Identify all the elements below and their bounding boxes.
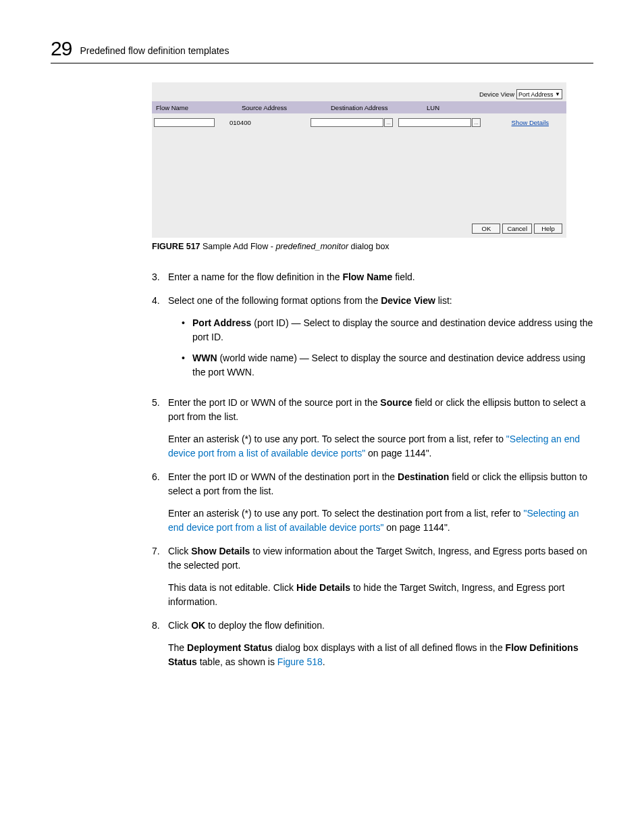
source-address-value: 010400	[230, 119, 251, 126]
add-flow-dialog: Device View Port Address ▼ Flow Name Sou…	[152, 82, 566, 238]
show-details-link[interactable]: Show Details	[512, 119, 549, 126]
bullet-wwn: WWN (world wide name) — Select to displa…	[182, 351, 593, 380]
step-6: 6. Enter the port ID or WWN of the desti…	[152, 470, 593, 535]
step-7: 7. Click Show Details to view informatio…	[152, 544, 593, 609]
chapter-title: Predefined flow definition templates	[80, 45, 229, 56]
lun-ellipsis-button[interactable]: ...	[472, 118, 481, 127]
ok-button[interactable]: OK	[472, 224, 500, 234]
help-button[interactable]: Help	[534, 224, 562, 234]
figure-caption: FIGURE 517 Sample Add Flow - predefined_…	[152, 242, 593, 251]
figure-label: FIGURE 517	[152, 242, 200, 251]
page-header: 29 Predefined flow definition templates	[51, 37, 593, 63]
chapter-number: 29	[51, 37, 72, 60]
destination-ellipsis-button[interactable]: ...	[384, 118, 393, 127]
link-figure-518[interactable]: Figure 518	[277, 656, 323, 667]
col-header-lun: LUN	[423, 104, 518, 111]
destination-input[interactable]	[311, 118, 383, 127]
device-view-value: Port Address	[518, 90, 554, 99]
table-row: 010400 ... ... Show Details	[152, 116, 566, 128]
step-3: 3. Enter a name for the flow definition …	[152, 270, 593, 284]
step-4: 4. Select one of the following format op…	[152, 294, 593, 386]
device-view-label: Device View	[479, 90, 514, 98]
table-header-row: Flow Name Source Address Destination Add…	[152, 101, 566, 113]
lun-input[interactable]	[398, 118, 471, 127]
col-header-destination: Destination Address	[327, 104, 423, 111]
device-view-select[interactable]: Port Address ▼	[516, 89, 562, 99]
chevron-down-icon: ▼	[555, 92, 560, 97]
col-header-source: Source Address	[238, 104, 327, 111]
flow-name-input[interactable]	[154, 118, 215, 127]
cancel-button[interactable]: Cancel	[502, 224, 532, 234]
step-8: 8. Click OK to deploy the flow definitio…	[152, 619, 593, 669]
bullet-port-address: Port Address (port ID) — Select to displ…	[182, 316, 593, 344]
step-5: 5. Enter the port ID or WWN of the sourc…	[152, 396, 593, 461]
col-header-flow-name: Flow Name	[152, 104, 238, 111]
